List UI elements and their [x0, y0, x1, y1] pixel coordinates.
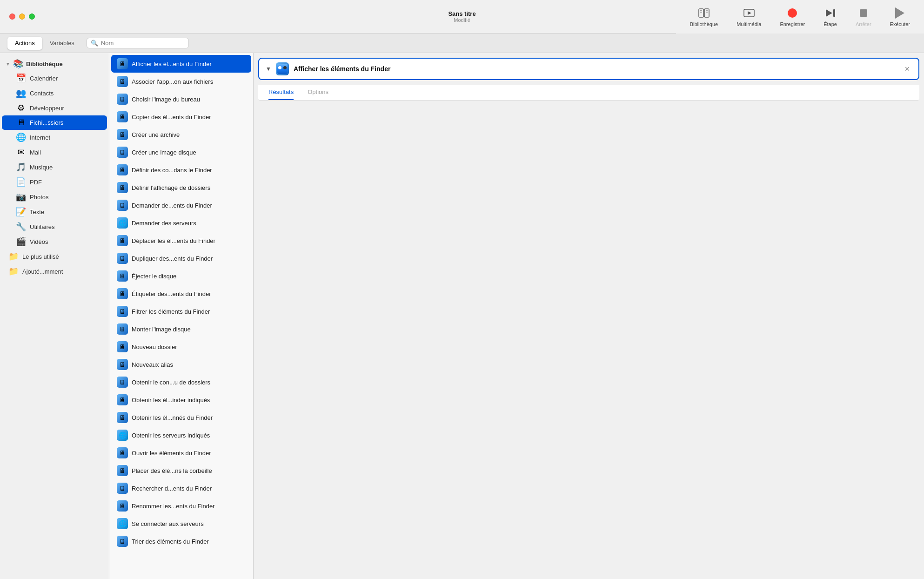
action-item-label-filtrer-elements: Filtrer les éléments du Finder [132, 308, 246, 315]
sidebar-item-contacts[interactable]: 👥 Contacts [2, 86, 107, 101]
toolbar-step[interactable]: Étape [824, 7, 837, 27]
finder-icon: 🖥 [117, 76, 128, 87]
action-item-etiqueter-elements[interactable]: 🖥 Étiqueter des...ents du Finder [111, 285, 251, 303]
action-item-ejecter-disque[interactable]: 🖥 Éjecter le disque [111, 267, 251, 285]
action-item-label-copier-elements: Copier des él...ents du Finder [132, 114, 246, 121]
step-icon [824, 7, 837, 20]
sidebar-item-ajoute-label: Ajouté...mment [22, 268, 63, 275]
action-item-nouveaux-alias[interactable]: 🖥 Nouveaux alias [111, 356, 251, 373]
action-item-demander-elements[interactable]: 🖥 Demander de...ents du Finder [111, 196, 251, 214]
sidebar-item-developpeur[interactable]: ⚙ Développeur [2, 101, 107, 115]
titlebar: Sans titre Modifié Bibliothèque [0, 0, 924, 34]
sidebar-item-ajoute[interactable]: 📁 Ajouté...mment [2, 264, 107, 279]
sidebar-library-header[interactable]: ▼ 📚 Bibliothèque [0, 57, 109, 71]
action-item-obtenir-serveurs[interactable]: 🌐 Obtenir les serveurs indiqués [111, 426, 251, 444]
action-item-obtenir-elements-donnees[interactable]: 🖥 Obtenir les él...nnés du Finder [111, 409, 251, 426]
collapse-icon[interactable]: ▼ [266, 66, 271, 72]
finder-icon: 🖥 [117, 129, 128, 140]
sidebar-item-label-contacts: Contacts [30, 90, 54, 97]
sidebar-item-utilitaires[interactable]: 🔧 Utilitaires [2, 219, 107, 234]
action-item-renommer-elements[interactable]: 🖥 Renommer les...ents du Finder [111, 497, 251, 515]
sidebar-item-internet[interactable]: 🌐 Internet [2, 130, 107, 145]
action-item-label-ejecter-disque: Éjecter le disque [132, 273, 246, 280]
tab-variables[interactable]: Variables [42, 37, 82, 50]
action-item-dupliquer-elements[interactable]: 🖥 Dupliquer des...ents du Finder [111, 249, 251, 267]
sidebar-header-label: Bibliothèque [26, 61, 63, 67]
action-item-demander-serveurs[interactable]: 🌐 Demander des serveurs [111, 214, 251, 232]
folder-icon-ajoute: 📁 [8, 266, 19, 276]
tab-resultats[interactable]: Résultats [268, 85, 294, 100]
sidebar-item-label-photos: Photos [30, 194, 48, 201]
toolbar-stop[interactable]: Arrêter [856, 7, 871, 27]
action-item-afficher-elements[interactable]: 🖥 Afficher les él...ents du Finder [111, 55, 251, 73]
finder-icon: 🖥 [117, 323, 128, 335]
sidebar: ▼ 📚 Bibliothèque 📅 Calendrier 👥 Contacts… [0, 53, 109, 579]
action-item-ouvrir-elements[interactable]: 🖥 Ouvrir les éléments du Finder [111, 444, 251, 462]
action-item-creer-archive[interactable]: 🖥 Créer une archive [111, 126, 251, 143]
search-input[interactable] [101, 40, 185, 47]
action-item-monter-image[interactable]: 🖥 Monter l'image disque [111, 320, 251, 338]
action-item-choisir-image[interactable]: 🖥 Choisir l'image du bureau [111, 90, 251, 108]
action-item-filtrer-elements[interactable]: 🖥 Filtrer les éléments du Finder [111, 303, 251, 320]
svg-rect-0 [699, 9, 703, 17]
tab-actions[interactable]: Actions [7, 37, 42, 50]
finder-icon: 🖥 [117, 164, 128, 175]
toolbar-multimedia[interactable]: Multimédia [737, 7, 761, 27]
sidebar-icon-musique: 🎵 [16, 162, 26, 172]
action-item-label-dupliquer-elements: Dupliquer des...ents du Finder [132, 255, 246, 262]
sidebar-item-mail[interactable]: ✉ Mail [2, 145, 107, 160]
sidebar-item-fichiers[interactable]: 🖥 Fichi...ssiers [2, 115, 107, 130]
toolbar-record[interactable]: Enregistrer [780, 7, 805, 27]
toolbar-run[interactable]: Exécuter [890, 7, 910, 27]
action-item-deplacer-elements[interactable]: 🖥 Déplacer les él...ents du Finder [111, 232, 251, 249]
search-box[interactable]: 🔍 [87, 38, 189, 48]
close-detail-button[interactable]: ✕ [903, 64, 912, 74]
toolbar: Bibliothèque Multimédia Enregistrer [676, 0, 924, 34]
sidebar-item-label-calendrier: Calendrier [30, 75, 58, 82]
minimize-button[interactable] [19, 13, 25, 20]
detail-tabs: Résultats Options [258, 85, 919, 101]
sidebar-item-photos[interactable]: 📷 Photos [2, 189, 107, 204]
sidebar-item-plus-utilise-label: Le plus utilisé [22, 253, 59, 260]
sidebar-item-calendrier[interactable]: 📅 Calendrier [2, 71, 107, 86]
detail-content [254, 101, 924, 579]
action-item-associer-app[interactable]: 🖥 Associer l'app...on aux fichiers [111, 73, 251, 90]
action-item-definir-affichage[interactable]: 🖥 Définir l'affichage de dossiers [111, 179, 251, 196]
finder-icon: 🖥 [117, 412, 128, 423]
sidebar-item-plus-utilise[interactable]: 📁 Le plus utilisé [2, 249, 107, 264]
sidebar-item-texte[interactable]: 📝 Texte [2, 204, 107, 219]
action-item-label-placer-corbeille: Placer des élé...ns la corbeille [132, 467, 246, 474]
action-item-obtenir-contenu[interactable]: 🖥 Obtenir le con...u de dossiers [111, 373, 251, 391]
action-item-rechercher-elements[interactable]: 🖥 Rechercher d...ents du Finder [111, 479, 251, 497]
action-item-label-creer-archive: Créer une archive [132, 131, 246, 138]
action-item-connecter-serveurs[interactable]: 🌐 Se connecter aux serveurs [111, 515, 251, 532]
finder-icon: 🖥 [117, 147, 128, 158]
close-button[interactable] [9, 13, 15, 20]
tab-options[interactable]: Options [308, 85, 328, 100]
folder-icon: 📁 [8, 251, 19, 262]
chevron-down-icon: ▼ [6, 61, 10, 67]
sidebar-item-pdf[interactable]: 📄 PDF [2, 175, 107, 189]
detail-header-title: Afficher les éléments du Finder [294, 65, 898, 73]
sidebar-icon-texte: 📝 [16, 207, 26, 217]
action-item-nouveau-dossier[interactable]: 🖥 Nouveau dossier [111, 338, 251, 356]
action-item-trier-elements[interactable]: 🖥 Trier des éléments du Finder [111, 532, 251, 550]
sidebar-item-label-mail: Mail [30, 149, 41, 156]
toolbar-library[interactable]: Bibliothèque [690, 7, 718, 27]
sidebar-icon-contacts: 👥 [16, 88, 26, 98]
action-item-definir-commentaires[interactable]: 🖥 Définir des co...dans le Finder [111, 161, 251, 179]
sidebar-item-musique[interactable]: 🎵 Musique [2, 160, 107, 175]
sidebar-item-videos[interactable]: 🎬 Vidéos [2, 234, 107, 249]
actions-list: 🖥 Afficher les él...ents du Finder 🖥 Ass… [109, 53, 254, 579]
globe-icon: 🌐 [117, 518, 128, 529]
action-item-label-creer-image-disque: Créer une image disque [132, 149, 246, 156]
action-item-placer-corbeille[interactable]: 🖥 Placer des élé...ns la corbeille [111, 462, 251, 479]
action-item-creer-image-disque[interactable]: 🖥 Créer une image disque [111, 143, 251, 161]
finder-icon: 🖥 [117, 111, 128, 122]
finder-icon: 🖥 [117, 377, 128, 388]
maximize-button[interactable] [29, 13, 35, 20]
action-item-copier-elements[interactable]: 🖥 Copier des él...ents du Finder [111, 108, 251, 126]
search-icon: 🔍 [91, 40, 98, 47]
action-item-obtenir-elements-finder[interactable]: 🖥 Obtenir les él...inder indiqués [111, 391, 251, 409]
finder-icon: 🖥 [117, 341, 128, 352]
